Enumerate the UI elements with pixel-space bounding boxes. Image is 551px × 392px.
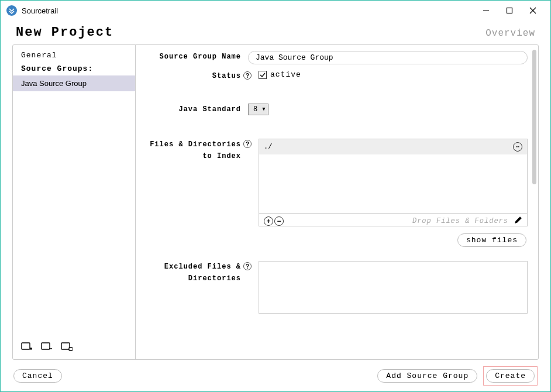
row-java-standard: Java Standard 8 ▼: [142, 104, 528, 115]
edit-icon[interactable]: [514, 216, 522, 226]
help-icon[interactable]: ?: [243, 140, 252, 148]
overview-link[interactable]: Overview: [485, 28, 535, 39]
row-files-to-index: Files & Directories to Index ? ./ ⋯ + −: [142, 139, 528, 247]
copy-group-icon[interactable]: [61, 342, 73, 352]
active-checkbox[interactable]: [259, 71, 267, 79]
cancel-button[interactable]: Cancel: [13, 369, 62, 383]
minimize-button[interactable]: [474, 2, 498, 19]
content-frame: General Source Groups: Java Source Group…: [12, 44, 539, 360]
java-standard-select[interactable]: 8 ▼: [248, 104, 268, 115]
files-list-item-path: ./: [264, 143, 272, 151]
svg-rect-1: [507, 8, 512, 13]
create-highlight: Create: [483, 366, 538, 386]
minimize-icon: [483, 7, 490, 14]
svg-rect-7: [42, 343, 50, 349]
source-group-name-input[interactable]: [248, 51, 528, 64]
page-header: New Project Overview: [1, 20, 550, 44]
close-button[interactable]: [521, 2, 545, 19]
maximize-icon: [506, 7, 513, 14]
sidebar-item-general[interactable]: General: [13, 49, 135, 62]
files-list-blank[interactable]: [259, 154, 527, 213]
drop-hint: Drop Files & Folders: [412, 217, 508, 225]
close-icon: [529, 7, 536, 14]
sidebar-nav: General Source Groups: Java Source Group: [13, 45, 135, 335]
excluded-listbox[interactable]: [259, 261, 528, 314]
chevron-down-icon: ▼: [262, 106, 265, 112]
page-title: New Project: [16, 25, 485, 40]
active-label: active: [270, 70, 301, 79]
files-list-item[interactable]: ./ ⋯: [259, 139, 527, 154]
label-status: Status: [142, 70, 241, 80]
app-window: Sourcetrail New Project Overview General…: [0, 0, 551, 392]
label-excluded: Excluded Files & Directories: [142, 261, 241, 283]
files-listbox: ./ ⋯ + − Drop Files & Folders: [259, 139, 528, 226]
java-standard-value: 8: [253, 105, 257, 114]
remove-path-button[interactable]: −: [274, 216, 284, 226]
help-icon[interactable]: ?: [243, 262, 252, 270]
label-source-group-name: Source Group Name: [142, 51, 241, 61]
form-area: Source Group Name Status ? active Java S…: [136, 45, 538, 359]
row-source-group-name: Source Group Name: [142, 51, 528, 64]
row-excluded: Excluded Files & Directories ?: [142, 261, 528, 314]
show-files-button[interactable]: show files: [457, 233, 526, 247]
maximize-button[interactable]: [498, 2, 521, 19]
svg-rect-9: [61, 343, 70, 349]
files-list-footer: + − Drop Files & Folders: [259, 213, 527, 229]
bottom-bar: Cancel Add Source Group Create: [1, 360, 550, 391]
app-icon: [6, 5, 17, 16]
sidebar: General Source Groups: Java Source Group: [13, 45, 136, 359]
remove-group-icon[interactable]: [41, 342, 53, 352]
sidebar-item-java-source-group[interactable]: Java Source Group: [13, 75, 135, 91]
titlebar: Sourcetrail: [1, 1, 550, 20]
create-button[interactable]: Create: [486, 369, 535, 383]
add-source-group-button[interactable]: Add Source Group: [377, 369, 477, 383]
check-icon: [260, 72, 266, 78]
label-java-standard: Java Standard: [142, 104, 241, 114]
sidebar-source-groups-label: Source Groups:: [13, 62, 135, 75]
row-status: Status ? active: [142, 70, 528, 80]
svg-rect-4: [22, 343, 30, 349]
app-title: Sourcetrail: [22, 6, 474, 15]
add-path-button[interactable]: +: [264, 216, 273, 226]
help-icon[interactable]: ?: [243, 71, 252, 80]
more-icon[interactable]: ⋯: [513, 142, 522, 152]
sidebar-toolbar: [13, 335, 135, 359]
label-files-to-index: Files & Directories to Index: [142, 139, 241, 161]
add-group-icon[interactable]: [21, 342, 33, 352]
scrollbar[interactable]: [532, 50, 536, 184]
svg-rect-10: [69, 348, 73, 350]
